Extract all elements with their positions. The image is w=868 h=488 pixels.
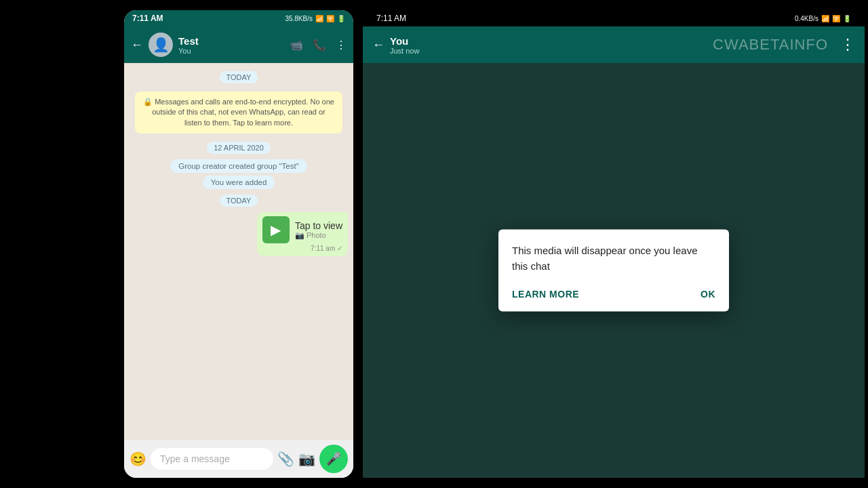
battery-icon-right: 🔋: [843, 15, 851, 22]
date-badge-today: TODAY: [220, 71, 258, 83]
system-msg-added: You were added: [203, 176, 275, 189]
back-button-left[interactable]: ←: [131, 38, 143, 52]
time-left: 7:11 AM: [132, 14, 163, 23]
message-input[interactable]: Type a message: [151, 448, 273, 470]
view-once-play-icon: ▶: [271, 222, 281, 238]
chat-sub-right: Just now: [390, 47, 707, 55]
network-speed-left: 35.8KB/s: [285, 15, 313, 22]
back-button-right[interactable]: ←: [372, 38, 384, 52]
chat-info-right: You Just now: [390, 35, 707, 55]
wifi-icon-right: 🛜: [832, 15, 840, 22]
mic-icon: 🎤: [326, 451, 341, 466]
mic-button[interactable]: 🎤: [319, 445, 348, 473]
dialog-message: This media will disappear once you leave…: [512, 243, 715, 274]
message-placeholder: Type a message: [160, 453, 230, 464]
chat-body-left: TODAY 🔒 Messages and calls are end-to-en…: [124, 63, 353, 440]
view-once-thumbnail: ▶: [262, 216, 290, 243]
encryption-notice[interactable]: 🔒 Messages and calls are end-to-end encr…: [135, 92, 342, 134]
phone-left: 7:11 AM 35.8KB/s 📶 🛜 🔋 ← 👤 Test You 📹 📞 …: [124, 10, 353, 478]
dialog-actions: LEARN MORE OK: [512, 285, 715, 304]
attachment-icon[interactable]: 📎: [277, 451, 294, 467]
watermark-header: CWABETAINFO: [713, 36, 828, 54]
status-bar-right: 7:11 AM 0.4KB/s 📶 🛜 🔋: [363, 10, 865, 26]
screen-container: 7:11 AM 35.8KB/s 📶 🛜 🔋 ← 👤 Test You 📹 📞 …: [0, 0, 868, 488]
more-options-icon[interactable]: ⋮: [336, 39, 347, 52]
system-msg-created: Group creator created group "Test": [170, 159, 307, 173]
more-options-right[interactable]: ⋮: [840, 36, 855, 54]
video-call-icon[interactable]: 📹: [290, 39, 303, 52]
status-icons-right: 0.4KB/s 📶 🛜 🔋: [795, 15, 851, 22]
chat-info-left: Test You: [178, 35, 284, 55]
message-time: 7:11 am ✓: [262, 245, 342, 252]
chat-name-right: You: [390, 35, 707, 47]
photo-label: 📷 Photo: [295, 231, 342, 240]
avatar-left: 👤: [149, 33, 173, 57]
chat-header-right: ← You Just now CWABETAINFO ⋮: [363, 26, 865, 63]
view-once-text: Tap to view 📷 Photo: [295, 220, 342, 240]
view-once-message[interactable]: ▶ Tap to view 📷 Photo 7:11 am ✓: [257, 212, 348, 256]
signal-icon: 📶: [315, 15, 323, 22]
wifi-icon: 🛜: [326, 15, 334, 22]
disappear-dialog: This media will disappear once you leave…: [498, 230, 729, 312]
view-once-inner: ▶ Tap to view 📷 Photo: [262, 216, 342, 243]
time-right: 7:11 AM: [376, 14, 406, 23]
voice-call-icon[interactable]: 📞: [313, 39, 326, 52]
network-speed-right: 0.4KB/s: [795, 15, 818, 22]
camera-icon[interactable]: 📷: [298, 451, 315, 467]
chat-name-left: Test: [178, 35, 284, 47]
header-icons-left: 📹 📞 ⋮: [290, 39, 347, 52]
battery-icon: 🔋: [337, 15, 345, 22]
chat-header-left: ← 👤 Test You 📹 📞 ⋮: [124, 26, 353, 63]
status-icons-left: 35.8KB/s 📶 🛜 🔋: [285, 15, 345, 22]
ok-button[interactable]: OK: [701, 285, 715, 304]
signal-icon-right: 📶: [821, 15, 829, 22]
date-badge-today2: TODAY: [220, 195, 258, 207]
phone-right: 7:11 AM 0.4KB/s 📶 🛜 🔋 ← You Just now CWA…: [363, 10, 865, 478]
avatar-icon: 👤: [153, 37, 170, 53]
learn-more-button[interactable]: LEARN MORE: [512, 285, 579, 304]
chat-sub-left: You: [178, 47, 284, 55]
date-badge-april: 12 APRIL 2020: [207, 142, 271, 154]
tap-to-view-label: Tap to view: [295, 220, 342, 231]
emoji-icon[interactable]: 😊: [130, 451, 146, 467]
status-bar-left: 7:11 AM 35.8KB/s 📶 🛜 🔋: [124, 10, 353, 26]
chat-input-bar: 😊 Type a message 📎 📷 🎤: [124, 440, 353, 478]
right-content: CWABETAINFOCWABETAINFOCWABETAINFO This m…: [363, 63, 865, 478]
